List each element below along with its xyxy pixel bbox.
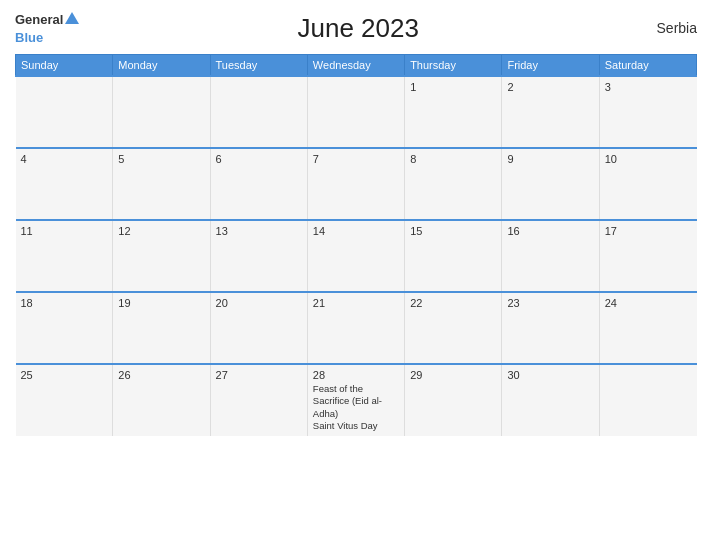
calendar-cell: 15	[405, 220, 502, 292]
calendar-cell: 29	[405, 364, 502, 436]
col-monday: Monday	[113, 55, 210, 77]
day-number: 11	[21, 225, 108, 237]
col-tuesday: Tuesday	[210, 55, 307, 77]
day-number: 2	[507, 81, 593, 93]
calendar-cell: 28Feast of the Sacrifice (Eid al-Adha)Sa…	[307, 364, 404, 436]
calendar-cell: 23	[502, 292, 599, 364]
page-header: General Blue June 2023 Serbia	[15, 10, 697, 46]
calendar-cell: 1	[405, 76, 502, 148]
day-number: 27	[216, 369, 302, 381]
day-number: 16	[507, 225, 593, 237]
day-number: 29	[410, 369, 496, 381]
calendar-cell: 27	[210, 364, 307, 436]
calendar-cell: 22	[405, 292, 502, 364]
calendar-week-5: 25262728Feast of the Sacrifice (Eid al-A…	[16, 364, 697, 436]
day-number: 13	[216, 225, 302, 237]
calendar-cell	[16, 76, 113, 148]
calendar-table: Sunday Monday Tuesday Wednesday Thursday…	[15, 54, 697, 436]
calendar-page: General Blue June 2023 Serbia Sunday Mon…	[0, 0, 712, 550]
day-number: 12	[118, 225, 204, 237]
day-number: 22	[410, 297, 496, 309]
calendar-cell	[307, 76, 404, 148]
calendar-cell: 12	[113, 220, 210, 292]
calendar-cell: 18	[16, 292, 113, 364]
day-number: 20	[216, 297, 302, 309]
calendar-cell: 24	[599, 292, 696, 364]
col-friday: Friday	[502, 55, 599, 77]
day-number: 4	[21, 153, 108, 165]
day-number: 15	[410, 225, 496, 237]
day-number: 7	[313, 153, 399, 165]
country-label: Serbia	[637, 20, 697, 36]
day-number: 17	[605, 225, 692, 237]
calendar-cell: 20	[210, 292, 307, 364]
day-number: 18	[21, 297, 108, 309]
day-number: 19	[118, 297, 204, 309]
calendar-week-2: 45678910	[16, 148, 697, 220]
day-number: 25	[21, 369, 108, 381]
days-of-week-row: Sunday Monday Tuesday Wednesday Thursday…	[16, 55, 697, 77]
calendar-cell: 21	[307, 292, 404, 364]
calendar-cell: 8	[405, 148, 502, 220]
calendar-cell: 25	[16, 364, 113, 436]
calendar-cell: 6	[210, 148, 307, 220]
day-number: 24	[605, 297, 692, 309]
calendar-cell: 30	[502, 364, 599, 436]
calendar-cell: 4	[16, 148, 113, 220]
day-number: 9	[507, 153, 593, 165]
calendar-cell: 5	[113, 148, 210, 220]
day-number: 14	[313, 225, 399, 237]
calendar-body: 1234567891011121314151617181920212223242…	[16, 76, 697, 436]
calendar-cell: 7	[307, 148, 404, 220]
calendar-cell	[113, 76, 210, 148]
logo-triangle-icon	[65, 12, 79, 24]
day-number: 6	[216, 153, 302, 165]
col-saturday: Saturday	[599, 55, 696, 77]
day-number: 1	[410, 81, 496, 93]
day-number: 21	[313, 297, 399, 309]
calendar-cell	[599, 364, 696, 436]
col-wednesday: Wednesday	[307, 55, 404, 77]
calendar-cell: 17	[599, 220, 696, 292]
col-thursday: Thursday	[405, 55, 502, 77]
day-number: 30	[507, 369, 593, 381]
calendar-cell: 9	[502, 148, 599, 220]
calendar-cell: 2	[502, 76, 599, 148]
calendar-cell	[210, 76, 307, 148]
calendar-week-3: 11121314151617	[16, 220, 697, 292]
day-number: 10	[605, 153, 692, 165]
event-label: Feast of the Sacrifice (Eid al-Adha)	[313, 383, 399, 420]
calendar-header: Sunday Monday Tuesday Wednesday Thursday…	[16, 55, 697, 77]
logo-text: General Blue	[15, 10, 79, 46]
calendar-cell: 10	[599, 148, 696, 220]
calendar-cell: 26	[113, 364, 210, 436]
day-number: 23	[507, 297, 593, 309]
calendar-week-1: 123	[16, 76, 697, 148]
calendar-cell: 14	[307, 220, 404, 292]
calendar-cell: 3	[599, 76, 696, 148]
calendar-title: June 2023	[79, 13, 637, 44]
day-number: 28	[313, 369, 399, 381]
day-number: 26	[118, 369, 204, 381]
logo-blue: Blue	[15, 30, 43, 45]
logo: General Blue	[15, 10, 79, 46]
calendar-cell: 11	[16, 220, 113, 292]
day-number: 8	[410, 153, 496, 165]
logo-general: General	[15, 12, 63, 27]
calendar-cell: 13	[210, 220, 307, 292]
calendar-cell: 19	[113, 292, 210, 364]
event-label: Saint Vitus Day	[313, 420, 399, 432]
day-number: 5	[118, 153, 204, 165]
calendar-week-4: 18192021222324	[16, 292, 697, 364]
calendar-cell: 16	[502, 220, 599, 292]
day-number: 3	[605, 81, 692, 93]
col-sunday: Sunday	[16, 55, 113, 77]
